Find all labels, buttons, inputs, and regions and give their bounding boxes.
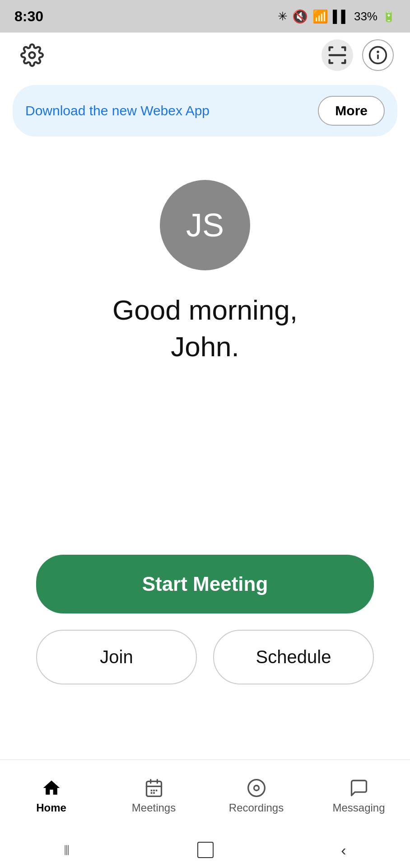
svg-rect-10 (150, 789, 152, 791)
gear-icon (20, 43, 44, 67)
meetings-icon (144, 778, 164, 798)
settings-button[interactable] (16, 39, 48, 71)
svg-point-15 (248, 779, 265, 796)
action-buttons: Start Meeting Join Schedule (0, 555, 410, 684)
nav-item-meetings[interactable]: Meetings (102, 778, 205, 814)
main-content: JS Good morning, John. Start Meeting Joi… (0, 144, 410, 760)
avatar: JS (160, 180, 250, 270)
start-meeting-button[interactable]: Start Meeting (36, 555, 374, 613)
android-recent-button[interactable]: ⦀ (64, 842, 70, 859)
info-icon (368, 45, 388, 65)
home-icon (42, 778, 61, 798)
signal-icon: ▌▌ (333, 9, 349, 24)
scan-button[interactable] (321, 39, 353, 71)
wifi-icon: 📶 (312, 9, 328, 24)
svg-point-5 (377, 52, 378, 52)
join-button[interactable]: Join (36, 630, 197, 684)
secondary-button-row: Join Schedule (36, 630, 374, 684)
svg-rect-11 (153, 789, 155, 791)
nav-label-home: Home (36, 802, 66, 814)
nav-item-messaging[interactable]: Messaging (308, 778, 410, 814)
battery-icon: 🔋 (382, 10, 396, 23)
nav-label-messaging: Messaging (332, 802, 385, 814)
svg-point-0 (29, 52, 35, 58)
android-home-button[interactable] (197, 842, 214, 858)
bottom-nav: Home Meetings Recordings (0, 760, 410, 832)
status-time: 8:30 (14, 8, 43, 25)
android-nav-bar: ⦀ ‹ (0, 832, 410, 868)
bluetooth-icon: ✳ (278, 9, 288, 24)
schedule-button[interactable]: Schedule (213, 630, 374, 684)
banner-more-button[interactable]: More (318, 96, 385, 126)
avatar-initials: JS (186, 207, 224, 244)
greeting-line2: John. (171, 331, 239, 362)
svg-rect-13 (150, 792, 152, 794)
greeting-line1: Good morning, (112, 294, 298, 326)
svg-rect-6 (146, 781, 161, 796)
nav-label-meetings: Meetings (132, 802, 176, 814)
messaging-icon (349, 778, 369, 798)
app-bar (0, 33, 410, 78)
battery-indicator: 33% (354, 9, 377, 24)
banner-text: Download the new Webex App (25, 103, 210, 118)
scan-icon (326, 43, 349, 67)
nav-label-recordings: Recordings (229, 802, 284, 814)
recordings-icon (247, 778, 266, 798)
greeting-text: Good morning, John. (112, 292, 298, 365)
status-bar: 8:30 ✳ 🔇 📶 ▌▌ 33% 🔋 (0, 0, 410, 33)
nav-item-recordings[interactable]: Recordings (205, 778, 308, 814)
mute-icon: 🔇 (292, 9, 308, 24)
android-back-button[interactable]: ‹ (341, 841, 346, 859)
info-button[interactable] (362, 39, 394, 71)
svg-point-16 (254, 785, 259, 790)
download-banner: Download the new Webex App More (13, 85, 397, 137)
app-bar-right-icons (321, 39, 394, 71)
svg-rect-12 (155, 789, 157, 791)
nav-item-home[interactable]: Home (0, 778, 102, 814)
status-icons: ✳ 🔇 📶 ▌▌ 33% 🔋 (278, 9, 396, 24)
svg-rect-14 (153, 792, 155, 794)
